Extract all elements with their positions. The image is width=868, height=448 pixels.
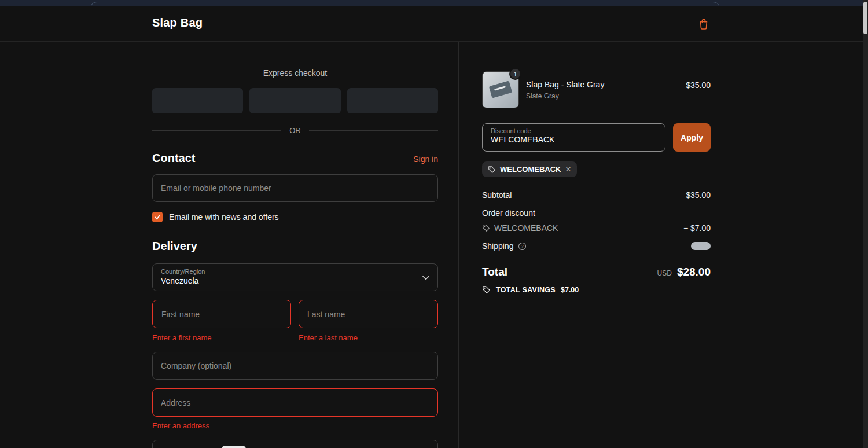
tag-icon xyxy=(482,224,490,232)
browser-address-bar[interactable] xyxy=(90,2,720,6)
applied-discount-chip-row: WELCOMEBACK ✕ xyxy=(482,161,577,177)
scrollbar-thumb[interactable] xyxy=(863,2,867,34)
total-savings-label: TOTAL SAVINGS xyxy=(496,286,556,294)
express-checkout-button-1[interactable] xyxy=(152,88,243,113)
svg-text:?: ? xyxy=(521,244,524,249)
order-discount-value: − $7.00 xyxy=(683,223,711,233)
total-savings-value: $7.00 xyxy=(561,286,579,294)
first-name-field[interactable] xyxy=(152,300,291,328)
quantity-badge: 1 xyxy=(509,68,521,80)
order-discount-code: WELCOMEBACK xyxy=(494,223,558,233)
applied-discount-code: WELCOMEBACK xyxy=(500,165,561,174)
shipping-label: Shipping xyxy=(482,241,514,251)
help-question-icon[interactable]: ? xyxy=(518,242,527,251)
total-label: Total xyxy=(482,266,507,278)
shipping-value-skeleton xyxy=(691,242,711,250)
contact-heading: Contact xyxy=(152,152,195,165)
cart-bag-icon xyxy=(697,17,712,31)
subtotal-value: $35.00 xyxy=(686,190,711,200)
main-content: Express checkout OR Contact Sign in xyxy=(0,42,868,448)
total-currency: USD xyxy=(657,269,672,277)
cart-line-item: 1 Slap Bag - Slate Gray Slate Gray $35.0… xyxy=(482,71,711,108)
address-field[interactable] xyxy=(152,388,438,417)
scrollbar-track[interactable] xyxy=(863,0,868,448)
subtotal-label: Subtotal xyxy=(482,190,512,200)
country-select[interactable]: Country/Region Venezuela xyxy=(152,263,438,291)
discount-code-label: Discount code xyxy=(491,127,657,134)
checkmark-icon xyxy=(154,214,161,221)
applied-discount-chip: WELCOMEBACK ✕ xyxy=(482,161,577,177)
first-name-error: Enter a first name xyxy=(152,333,212,342)
site-header: Slap Bag xyxy=(0,6,863,42)
product-price: $35.00 xyxy=(686,80,711,90)
tag-icon xyxy=(482,285,491,294)
cart-button[interactable] xyxy=(697,17,712,32)
discount-code-input[interactable] xyxy=(491,135,657,144)
discount-code-row: Discount code Apply xyxy=(482,123,711,152)
discount-code-field[interactable]: Discount code xyxy=(482,123,665,152)
shipping-row: Shipping ? xyxy=(482,241,711,251)
last-name-error: Enter a last name xyxy=(299,333,358,342)
order-discount-row: Order discount xyxy=(482,208,711,218)
next-field-partial[interactable] xyxy=(152,440,438,448)
express-checkout-buttons xyxy=(152,88,438,113)
country-select-label: Country/Region xyxy=(161,268,429,275)
autofill-pill[interactable] xyxy=(222,446,246,448)
divider-line xyxy=(152,130,281,131)
last-name-field[interactable] xyxy=(299,300,438,328)
product-image-shape xyxy=(489,80,512,98)
or-divider: OR xyxy=(152,126,438,135)
checkout-page: Slap Bag Express checkout xyxy=(0,0,868,448)
order-discount-label: Order discount xyxy=(482,208,535,218)
subtotal-row: Subtotal $35.00 xyxy=(482,190,711,200)
tag-icon xyxy=(488,166,496,174)
newsletter-checkbox[interactable] xyxy=(152,212,163,222)
delivery-heading: Delivery xyxy=(152,240,197,253)
contact-header-row: Contact Sign in xyxy=(152,152,438,165)
order-discount-code-row: WELCOMEBACK − $7.00 xyxy=(482,223,711,233)
address-error: Enter an address xyxy=(152,421,209,430)
company-field[interactable] xyxy=(152,352,438,380)
or-divider-label: OR xyxy=(289,126,301,135)
newsletter-label: Email me with news and offers xyxy=(169,212,279,222)
newsletter-opt-in[interactable]: Email me with news and offers xyxy=(152,212,279,222)
total-row: Total USD $28.00 xyxy=(482,264,711,280)
sign-in-link[interactable]: Sign in xyxy=(413,155,438,164)
express-checkout-button-2[interactable] xyxy=(249,88,340,113)
checkout-column: Express checkout OR Contact Sign in xyxy=(0,42,459,448)
country-select-value: Venezuela xyxy=(161,276,429,285)
order-summary-column: 1 Slap Bag - Slate Gray Slate Gray $35.0… xyxy=(459,42,863,448)
express-checkout-label: Express checkout xyxy=(152,68,438,78)
product-variant: Slate Gray xyxy=(526,92,559,100)
browser-top-strip xyxy=(0,0,868,6)
apply-discount-button[interactable]: Apply xyxy=(673,123,711,152)
total-value: $28.00 xyxy=(677,266,711,278)
chevron-down-icon xyxy=(422,276,429,280)
product-image: 1 xyxy=(482,71,519,108)
email-field[interactable] xyxy=(152,174,438,202)
total-savings-row: TOTAL SAVINGS $7.00 xyxy=(482,285,711,294)
express-checkout-button-3[interactable] xyxy=(347,88,438,113)
store-name-link[interactable]: Slap Bag xyxy=(152,16,203,30)
remove-discount-icon[interactable]: ✕ xyxy=(565,166,571,173)
divider-line xyxy=(309,130,438,131)
product-name: Slap Bag - Slate Gray xyxy=(526,80,604,89)
